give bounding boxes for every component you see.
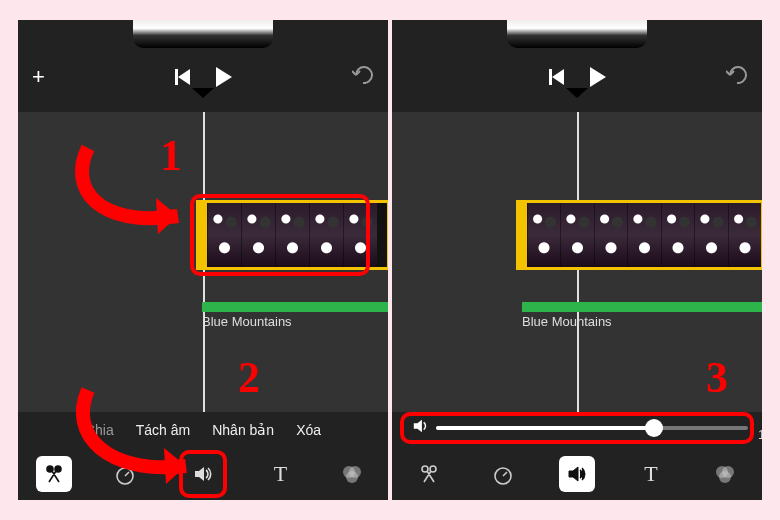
action-duplicate[interactable]: Nhân bản [212, 422, 274, 438]
editor-screen-2: Blue Mountains 100% T [392, 20, 762, 500]
playhead-marker [192, 88, 214, 98]
volume-slider-fill [436, 426, 654, 430]
annotation-number-3: 3 [706, 352, 728, 403]
prev-frame-button[interactable] [549, 69, 564, 85]
video-clip[interactable] [516, 200, 762, 270]
clip-handle-left[interactable] [519, 203, 527, 267]
tool-speed[interactable] [485, 456, 521, 492]
action-delete[interactable]: Xóa [296, 422, 321, 438]
annotation-number-2: 2 [238, 352, 260, 403]
tool-speed[interactable] [107, 456, 143, 492]
volume-percent-label: 100% [758, 427, 762, 442]
undo-button[interactable] [726, 66, 748, 88]
clip-action-row: Chia Tách âm Nhân bản Xóa [18, 412, 388, 448]
undo-button[interactable] [352, 66, 374, 88]
play-button[interactable] [590, 67, 606, 87]
preview-thumbnail [507, 20, 647, 48]
audio-track[interactable] [522, 302, 762, 312]
playhead-marker [566, 88, 588, 98]
volume-slider[interactable] [436, 426, 748, 430]
tool-volume[interactable] [559, 456, 595, 492]
add-media-button[interactable]: + [32, 64, 45, 90]
playback-controls: + [18, 62, 388, 92]
volume-icon [412, 417, 430, 439]
editor-toolbar: T [18, 448, 388, 500]
svg-point-7 [719, 471, 731, 483]
tool-titles[interactable]: T [633, 456, 669, 492]
playback-controls [392, 62, 762, 92]
timeline-area[interactable]: Blue Mountains [18, 112, 388, 412]
tool-filters[interactable] [707, 456, 743, 492]
editor-toolbar: T [392, 448, 762, 500]
audio-track-label: Blue Mountains [202, 314, 292, 329]
action-split[interactable]: Chia [85, 422, 114, 438]
action-detach-audio[interactable]: Tách âm [136, 422, 190, 438]
audio-track-label: Blue Mountains [522, 314, 612, 329]
video-clip[interactable] [196, 200, 388, 270]
tool-volume[interactable] [185, 456, 221, 492]
audio-track[interactable] [202, 302, 388, 312]
editor-screen-1: + Blue Mountains [18, 20, 388, 500]
tutorial-container: + Blue Mountains [18, 20, 762, 500]
clip-handle-left[interactable] [199, 203, 207, 267]
preview-thumbnail [133, 20, 273, 48]
volume-control-row [400, 412, 754, 444]
annotation-highlight-volume-tool [179, 450, 227, 498]
prev-frame-button[interactable] [175, 69, 190, 85]
play-button[interactable] [216, 67, 232, 87]
svg-point-3 [346, 471, 358, 483]
tool-actions[interactable] [36, 456, 72, 492]
annotation-number-1: 1 [160, 130, 182, 181]
tool-actions[interactable] [411, 456, 447, 492]
tool-filters[interactable] [334, 456, 370, 492]
volume-slider-thumb[interactable] [645, 419, 663, 437]
tool-titles[interactable]: T [263, 456, 299, 492]
